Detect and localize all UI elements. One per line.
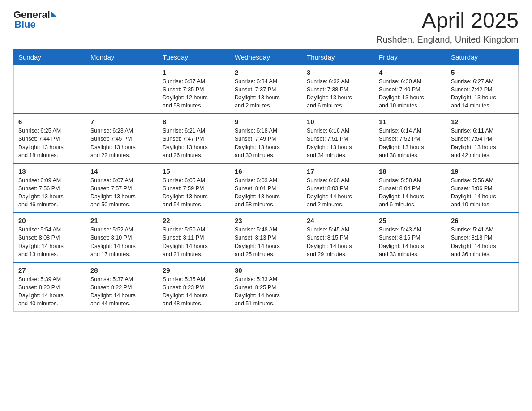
logo-triangle-icon — [51, 11, 56, 17]
day-number: 19 — [451, 167, 514, 175]
calendar-cell: 16Sunrise: 6:03 AM Sunset: 8:01 PM Dayli… — [230, 163, 302, 213]
calendar-cell: 12Sunrise: 6:11 AM Sunset: 7:54 PM Dayli… — [446, 114, 519, 163]
weekday-header-tuesday: Tuesday — [158, 49, 230, 64]
day-info: Sunrise: 6:07 AM Sunset: 7:57 PM Dayligh… — [90, 176, 153, 209]
day-info: Sunrise: 6:21 AM Sunset: 7:47 PM Dayligh… — [163, 127, 225, 159]
calendar-cell: 6Sunrise: 6:25 AM Sunset: 7:44 PM Daylig… — [14, 114, 86, 163]
location-title: Rushden, England, United Kingdom — [376, 34, 519, 45]
day-info: Sunrise: 6:32 AM Sunset: 7:38 PM Dayligh… — [307, 77, 369, 110]
day-info: Sunrise: 6:23 AM Sunset: 7:45 PM Dayligh… — [90, 127, 153, 159]
calendar-cell: 22Sunrise: 5:50 AM Sunset: 8:11 PM Dayli… — [158, 213, 230, 262]
calendar-cell: 14Sunrise: 6:07 AM Sunset: 7:57 PM Dayli… — [86, 163, 158, 213]
day-number: 29 — [163, 266, 225, 274]
day-number: 22 — [163, 217, 225, 224]
day-info: Sunrise: 5:43 AM Sunset: 8:16 PM Dayligh… — [379, 226, 442, 258]
day-number: 9 — [235, 118, 297, 125]
calendar-cell — [446, 262, 519, 312]
day-info: Sunrise: 5:39 AM Sunset: 8:20 PM Dayligh… — [18, 275, 81, 308]
day-number: 12 — [451, 118, 514, 125]
logo-blue: Blue — [14, 19, 36, 30]
day-number: 23 — [235, 217, 297, 224]
day-number: 4 — [379, 68, 442, 76]
calendar-cell: 1Sunrise: 6:37 AM Sunset: 7:35 PM Daylig… — [158, 64, 230, 114]
day-info: Sunrise: 5:48 AM Sunset: 8:13 PM Dayligh… — [235, 226, 297, 258]
calendar-cell: 30Sunrise: 5:33 AM Sunset: 8:25 PM Dayli… — [230, 262, 302, 312]
day-number: 16 — [235, 167, 297, 175]
calendar-cell: 21Sunrise: 5:52 AM Sunset: 8:10 PM Dayli… — [86, 213, 158, 262]
calendar-cell: 17Sunrise: 6:00 AM Sunset: 8:03 PM Dayli… — [302, 163, 374, 213]
day-info: Sunrise: 6:37 AM Sunset: 7:35 PM Dayligh… — [163, 77, 225, 110]
weekday-header-monday: Monday — [86, 49, 158, 64]
calendar-cell: 13Sunrise: 6:09 AM Sunset: 7:56 PM Dayli… — [14, 163, 86, 213]
calendar-cell — [302, 262, 374, 312]
calendar-cell — [14, 64, 86, 114]
calendar-cell: 18Sunrise: 5:58 AM Sunset: 8:04 PM Dayli… — [374, 163, 446, 213]
calendar-week-row: 13Sunrise: 6:09 AM Sunset: 7:56 PM Dayli… — [14, 163, 519, 213]
day-info: Sunrise: 5:45 AM Sunset: 8:15 PM Dayligh… — [307, 226, 369, 258]
day-number: 1 — [163, 68, 225, 76]
day-number: 17 — [307, 167, 369, 175]
calendar-cell: 24Sunrise: 5:45 AM Sunset: 8:15 PM Dayli… — [302, 213, 374, 262]
day-number: 30 — [235, 266, 297, 274]
day-number: 5 — [451, 68, 514, 76]
day-number: 8 — [163, 118, 225, 125]
day-info: Sunrise: 5:58 AM Sunset: 8:04 PM Dayligh… — [379, 176, 442, 209]
calendar-cell: 9Sunrise: 6:18 AM Sunset: 7:49 PM Daylig… — [230, 114, 302, 163]
weekday-header-wednesday: Wednesday — [230, 49, 302, 64]
day-info: Sunrise: 5:35 AM Sunset: 8:23 PM Dayligh… — [163, 275, 225, 308]
day-info: Sunrise: 6:27 AM Sunset: 7:42 PM Dayligh… — [451, 77, 514, 110]
day-number: 2 — [235, 68, 297, 76]
calendar-cell: 26Sunrise: 5:41 AM Sunset: 8:18 PM Dayli… — [446, 213, 519, 262]
calendar-week-row: 20Sunrise: 5:54 AM Sunset: 8:08 PM Dayli… — [14, 213, 519, 262]
day-info: Sunrise: 5:54 AM Sunset: 8:08 PM Dayligh… — [18, 226, 81, 258]
calendar-cell: 23Sunrise: 5:48 AM Sunset: 8:13 PM Dayli… — [230, 213, 302, 262]
page-header: General Blue April 2025 Rushden, England… — [13, 9, 519, 45]
day-info: Sunrise: 6:34 AM Sunset: 7:37 PM Dayligh… — [235, 77, 297, 110]
day-number: 25 — [379, 217, 442, 224]
day-number: 28 — [90, 266, 153, 274]
day-info: Sunrise: 5:33 AM Sunset: 8:25 PM Dayligh… — [235, 275, 297, 308]
calendar-week-row: 6Sunrise: 6:25 AM Sunset: 7:44 PM Daylig… — [14, 114, 519, 163]
day-number: 3 — [307, 68, 369, 76]
calendar-cell: 5Sunrise: 6:27 AM Sunset: 7:42 PM Daylig… — [446, 64, 519, 114]
day-number: 7 — [90, 118, 153, 125]
calendar-cell: 20Sunrise: 5:54 AM Sunset: 8:08 PM Dayli… — [14, 213, 86, 262]
calendar-cell: 28Sunrise: 5:37 AM Sunset: 8:22 PM Dayli… — [86, 262, 158, 312]
calendar-cell: 10Sunrise: 6:16 AM Sunset: 7:51 PM Dayli… — [302, 114, 374, 163]
day-number: 13 — [18, 167, 81, 175]
day-info: Sunrise: 6:09 AM Sunset: 7:56 PM Dayligh… — [18, 176, 81, 209]
day-info: Sunrise: 6:03 AM Sunset: 8:01 PM Dayligh… — [235, 176, 297, 209]
day-info: Sunrise: 5:52 AM Sunset: 8:10 PM Dayligh… — [90, 226, 153, 258]
calendar-cell: 4Sunrise: 6:30 AM Sunset: 7:40 PM Daylig… — [374, 64, 446, 114]
day-info: Sunrise: 6:16 AM Sunset: 7:51 PM Dayligh… — [307, 127, 369, 159]
day-info: Sunrise: 6:18 AM Sunset: 7:49 PM Dayligh… — [235, 127, 297, 159]
day-info: Sunrise: 6:05 AM Sunset: 7:59 PM Dayligh… — [163, 176, 225, 209]
weekday-header-sunday: Sunday — [14, 49, 86, 64]
calendar-cell: 19Sunrise: 5:56 AM Sunset: 8:06 PM Dayli… — [446, 163, 519, 213]
calendar-cell: 8Sunrise: 6:21 AM Sunset: 7:47 PM Daylig… — [158, 114, 230, 163]
day-info: Sunrise: 5:56 AM Sunset: 8:06 PM Dayligh… — [451, 176, 514, 209]
calendar-cell — [86, 64, 158, 114]
calendar-cell: 7Sunrise: 6:23 AM Sunset: 7:45 PM Daylig… — [86, 114, 158, 163]
calendar-cell — [374, 262, 446, 312]
day-number: 24 — [307, 217, 369, 224]
calendar-cell: 27Sunrise: 5:39 AM Sunset: 8:20 PM Dayli… — [14, 262, 86, 312]
calendar-cell: 25Sunrise: 5:43 AM Sunset: 8:16 PM Dayli… — [374, 213, 446, 262]
day-number: 27 — [18, 266, 81, 274]
day-number: 11 — [379, 118, 442, 125]
calendar-cell: 3Sunrise: 6:32 AM Sunset: 7:38 PM Daylig… — [302, 64, 374, 114]
calendar-table: SundayMondayTuesdayWednesdayThursdayFrid… — [13, 49, 519, 312]
day-info: Sunrise: 6:30 AM Sunset: 7:40 PM Dayligh… — [379, 77, 442, 110]
calendar-week-row: 1Sunrise: 6:37 AM Sunset: 7:35 PM Daylig… — [14, 64, 519, 114]
calendar-cell: 15Sunrise: 6:05 AM Sunset: 7:59 PM Dayli… — [158, 163, 230, 213]
weekday-header-thursday: Thursday — [302, 49, 374, 64]
day-number: 14 — [90, 167, 153, 175]
day-info: Sunrise: 6:25 AM Sunset: 7:44 PM Dayligh… — [18, 127, 81, 159]
day-number: 10 — [307, 118, 369, 125]
day-info: Sunrise: 6:11 AM Sunset: 7:54 PM Dayligh… — [451, 127, 514, 159]
day-number: 20 — [18, 217, 81, 224]
day-info: Sunrise: 5:41 AM Sunset: 8:18 PM Dayligh… — [451, 226, 514, 258]
calendar-cell: 29Sunrise: 5:35 AM Sunset: 8:23 PM Dayli… — [158, 262, 230, 312]
weekday-header-row: SundayMondayTuesdayWednesdayThursdayFrid… — [14, 49, 519, 64]
calendar-cell: 11Sunrise: 6:14 AM Sunset: 7:52 PM Dayli… — [374, 114, 446, 163]
